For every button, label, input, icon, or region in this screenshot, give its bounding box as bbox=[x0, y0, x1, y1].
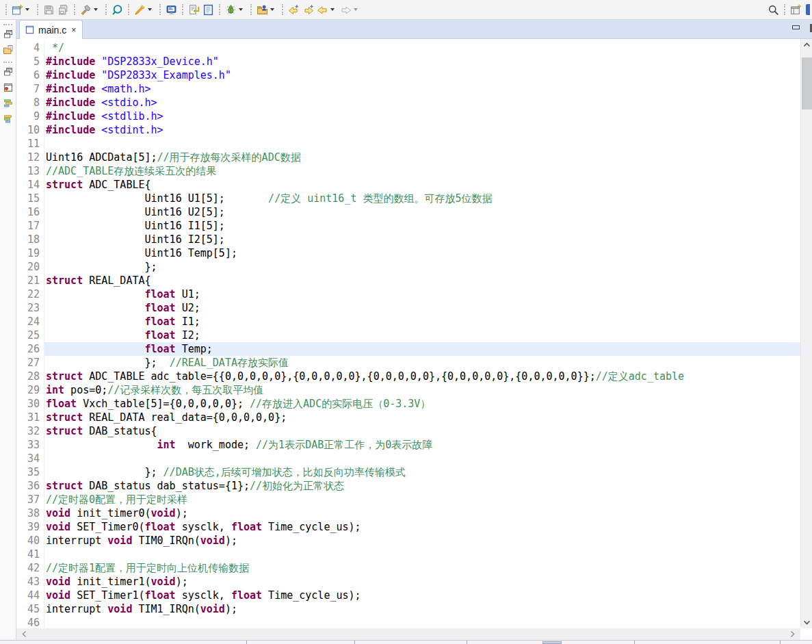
fastbar-grip bbox=[3, 62, 12, 63]
arrow-left-star-button[interactable] bbox=[287, 1, 301, 18]
dropdown-arrow-icon[interactable] bbox=[330, 8, 335, 11]
code-text[interactable]: #include <stdlib.h> bbox=[44, 110, 800, 123]
code-text[interactable]: }; //DAB状态,后续可增加状态，比如反向功率传输模式 bbox=[44, 465, 800, 479]
debug-launch-button[interactable] bbox=[110, 1, 125, 18]
code-text[interactable]: Uint16 I1[5]; bbox=[44, 219, 800, 233]
scroll-right-icon[interactable] bbox=[790, 628, 795, 641]
code-text[interactable] bbox=[44, 452, 800, 465]
minimize-icon[interactable] bbox=[792, 25, 800, 29]
code-text[interactable]: struct ADC_TABLE{ bbox=[44, 178, 800, 192]
code-text[interactable]: float Vxch_table[5]={0,0,0,0,0}; //存放进入A… bbox=[44, 397, 800, 411]
perspective-button[interactable] bbox=[789, 1, 803, 18]
code-text[interactable]: #include <math.h> bbox=[44, 82, 800, 96]
code-text[interactable]: float U2; bbox=[44, 301, 800, 315]
code-text[interactable]: struct DAB_status{ bbox=[44, 424, 800, 438]
vertical-scroll-track[interactable] bbox=[801, 51, 812, 617]
code-text[interactable]: #include "DSP2833x_Examples.h" bbox=[44, 68, 800, 82]
arrow-left-button[interactable] bbox=[315, 1, 339, 18]
code-text[interactable]: float U1; bbox=[44, 287, 800, 301]
code-text[interactable]: void init_timer1(void); bbox=[44, 575, 800, 589]
code-text[interactable]: struct ADC_TABLE adc_table={{0,0,0,0,0},… bbox=[44, 370, 800, 383]
code-line-36: 36struct DAB_status dab_status={1};//初始化… bbox=[16, 479, 800, 493]
scroll-down-icon[interactable] bbox=[801, 617, 812, 628]
restore-view-button[interactable] bbox=[1, 28, 15, 42]
main-area: main.c × 4 */5#include "DSP2833x_Device.… bbox=[0, 20, 812, 640]
console-monitor-button[interactable] bbox=[164, 1, 179, 18]
dropdown-arrow-icon[interactable] bbox=[239, 8, 243, 11]
arrow-left-star-icon bbox=[288, 4, 300, 16]
scroll-up-icon[interactable] bbox=[801, 39, 812, 51]
code-text[interactable]: }; //REAL_DATA存放实际值 bbox=[44, 356, 800, 370]
code-text[interactable]: Uint16 I2[5]; bbox=[44, 233, 800, 246]
restore-view-button[interactable] bbox=[1, 66, 15, 80]
scroll-left-icon[interactable] bbox=[22, 628, 27, 641]
code-line-20: 20 }; bbox=[16, 260, 800, 274]
build-hammer-button[interactable] bbox=[79, 1, 102, 18]
code-text[interactable]: interrupt void TIM1_IRQn(void); bbox=[44, 602, 800, 616]
code-line-4: 4 */ bbox=[16, 41, 800, 55]
code-text[interactable] bbox=[44, 616, 800, 628]
code-text[interactable]: Uint16 U1[5]; //定义 uint16_t 类型的数组。可存放5位数… bbox=[44, 192, 800, 205]
code-text[interactable]: Uint16 U2[5]; bbox=[44, 205, 800, 219]
code-text[interactable] bbox=[44, 548, 800, 561]
code-text[interactable]: struct REAL_DATA real_data={0,0,0,0,0}; bbox=[44, 411, 800, 424]
code-line-32: 32struct DAB_status{ bbox=[16, 424, 800, 438]
editor-body: 4 */5#include "DSP2833x_Device.h"6#inclu… bbox=[16, 39, 812, 628]
code-text[interactable]: //定时器0配置，用于定时采样 bbox=[44, 493, 800, 506]
project-explorer-button[interactable] bbox=[1, 44, 15, 58]
code-text[interactable]: float I1; bbox=[44, 315, 800, 329]
doc-arrow-button[interactable] bbox=[187, 1, 201, 18]
arrow-right-star-button[interactable] bbox=[301, 1, 315, 18]
line-number: 24 bbox=[16, 315, 44, 329]
doc-framed-button[interactable] bbox=[201, 1, 215, 18]
dropdown-arrow-icon[interactable] bbox=[94, 8, 98, 11]
code-text[interactable]: //ADC_TABLE存放连续采五次的结果 bbox=[44, 164, 800, 178]
code-text[interactable]: */ bbox=[44, 41, 800, 55]
editor-tab-bar: main.c × bbox=[16, 20, 812, 39]
code-text[interactable]: #include <stdint.h> bbox=[44, 123, 800, 137]
code-text[interactable]: int pos=0;//记录采样次数，每五次取平均值 bbox=[44, 383, 800, 397]
code-text[interactable]: #include <stdio.h> bbox=[44, 96, 800, 110]
tab-close-icon[interactable]: × bbox=[71, 25, 76, 35]
code-text[interactable]: float I2; bbox=[44, 329, 800, 342]
debug-view-button[interactable] bbox=[1, 81, 15, 96]
code-text[interactable]: int work_mode; //为1表示DAB正常工作，为0表示故障 bbox=[44, 438, 800, 452]
outline-list-2-button[interactable] bbox=[1, 113, 15, 127]
flash-button[interactable] bbox=[133, 1, 156, 18]
code-text[interactable]: interrupt void TIM0_IRQn(void); bbox=[44, 534, 800, 548]
code-text[interactable] bbox=[44, 137, 800, 151]
new-file-button[interactable] bbox=[10, 1, 34, 18]
code-area[interactable]: 4 */5#include "DSP2833x_Device.h"6#inclu… bbox=[16, 39, 800, 628]
search-button[interactable] bbox=[766, 1, 781, 18]
line-number: 33 bbox=[16, 438, 44, 452]
vertical-scroll-thumb[interactable] bbox=[802, 57, 812, 110]
toolbar-grip bbox=[182, 4, 183, 15]
panel-divider bbox=[246, 641, 247, 644]
save-all-button bbox=[56, 1, 70, 18]
tab-main-c[interactable]: main.c × bbox=[19, 20, 83, 39]
dropdown-arrow-icon[interactable] bbox=[148, 8, 152, 11]
resume-folder-button[interactable] bbox=[255, 1, 278, 18]
code-text[interactable]: #include "DSP2833x_Device.h" bbox=[44, 55, 800, 68]
dropdown-arrow-icon[interactable] bbox=[270, 8, 274, 11]
code-text[interactable]: //定时器1配置，用于定时向上位机传输数据 bbox=[44, 561, 800, 575]
outline-list-button[interactable] bbox=[1, 97, 15, 112]
code-text[interactable]: void SET_Timer1(float sysclk, float Time… bbox=[44, 589, 800, 602]
horizontal-scrollbar[interactable] bbox=[16, 628, 800, 640]
flash-icon bbox=[134, 4, 146, 16]
code-text[interactable]: void SET_Timer0(float sysclk, float Time… bbox=[44, 520, 800, 534]
line-number: 25 bbox=[16, 329, 44, 342]
code-text[interactable]: float Temp; bbox=[44, 342, 800, 356]
line-number: 13 bbox=[16, 164, 44, 178]
code-text[interactable]: Uint16 ADCData[5];//用于存放每次采样的ADC数据 bbox=[44, 151, 800, 164]
code-text[interactable]: struct DAB_status dab_status={1};//初始化为正… bbox=[44, 479, 800, 493]
code-text[interactable]: }; bbox=[44, 260, 800, 274]
code-text[interactable]: void init_timer0(void); bbox=[44, 506, 800, 520]
line-number: 35 bbox=[16, 465, 44, 479]
vertical-scrollbar[interactable] bbox=[800, 39, 812, 628]
dropdown-arrow-icon[interactable] bbox=[25, 8, 29, 11]
debug-bug-button[interactable] bbox=[224, 1, 247, 18]
code-text[interactable]: struct REAL_DATA{ bbox=[44, 274, 800, 287]
dropdown-arrow-icon[interactable] bbox=[354, 8, 358, 11]
code-text[interactable]: Uint16 Temp[5]; bbox=[44, 246, 800, 260]
